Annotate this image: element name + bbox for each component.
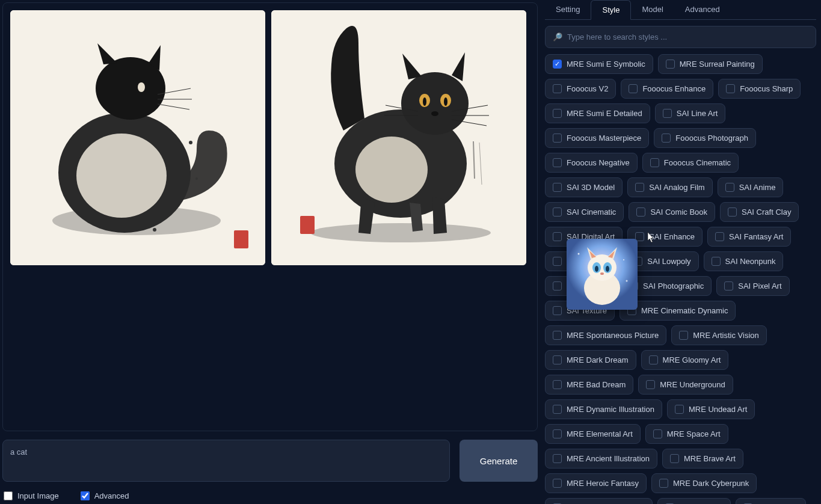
style-chip[interactable]: SAI Lowpoly xyxy=(626,251,698,271)
style-chip[interactable]: SAI Isometric xyxy=(545,251,621,271)
style-chip[interactable]: Fooocus Enhance xyxy=(621,79,713,99)
output-gallery[interactable] xyxy=(2,2,538,431)
checkbox-icon xyxy=(553,429,562,438)
svg-point-38 xyxy=(623,259,624,260)
style-chip-label: Fooocus V2 xyxy=(567,84,608,93)
style-chip-label: MRE Surreal Painting xyxy=(680,60,755,69)
style-search-input[interactable] xyxy=(567,32,808,41)
style-chip[interactable]: MRE Artistic Vision xyxy=(671,325,767,345)
checkbox-icon xyxy=(666,60,675,69)
style-chip[interactable]: SAI 3D Model xyxy=(545,177,623,197)
style-chip[interactable]: MRE Surreal Painting xyxy=(658,54,763,74)
style-chip-label: MRE Sumi E Symbolic xyxy=(567,60,645,69)
tab-setting[interactable]: Setting xyxy=(545,0,591,19)
style-chip[interactable]: Fooocus Negative xyxy=(545,153,638,173)
style-chip[interactable]: SAI Enhance xyxy=(627,227,703,247)
style-chip-label: SAI Comic Book xyxy=(650,207,707,217)
style-chip[interactable]: MRE Underground xyxy=(638,375,733,395)
input-image-checkbox[interactable]: Input Image xyxy=(4,491,59,500)
style-preview-tooltip xyxy=(567,239,638,310)
svg-point-19 xyxy=(423,97,426,106)
checkbox-icon xyxy=(726,84,735,93)
artist-seal xyxy=(234,230,248,248)
svg-rect-29 xyxy=(567,239,638,310)
style-chip[interactable]: MRE Spontaneous Picture xyxy=(545,325,666,345)
style-chip[interactable]: SAI Fantasy Art xyxy=(707,227,791,247)
style-chip[interactable]: ✓MRE Sumi E Symbolic xyxy=(545,54,653,74)
style-chip[interactable]: SAI Origami xyxy=(545,276,617,296)
generate-button[interactable]: Generate xyxy=(460,440,538,482)
style-chip-label: SAI Isometric xyxy=(567,257,613,266)
style-chip[interactable]: MRE Dark Cyberpunk xyxy=(651,473,757,493)
checkbox-icon xyxy=(725,183,734,192)
style-chip[interactable]: MRE Anime xyxy=(736,498,807,504)
artist-seal xyxy=(300,216,315,234)
style-chip[interactable]: SAI Neonpunk xyxy=(704,251,784,271)
sumi-cat-sitting xyxy=(10,10,265,265)
style-chip[interactable]: MRE Dynamic Illustration xyxy=(545,399,662,419)
checkbox-icon xyxy=(553,257,562,266)
style-chip-label: Fooocus Cinematic xyxy=(664,158,731,167)
checkbox-icon xyxy=(636,207,645,217)
tab-model[interactable]: Model xyxy=(631,0,674,19)
style-chip[interactable]: SAI Cinematic xyxy=(545,202,624,222)
style-chip[interactable]: SAI Photographic xyxy=(621,276,712,296)
output-image-2[interactable] xyxy=(271,10,526,265)
style-chip[interactable]: SAI Line Art xyxy=(655,103,726,123)
checkbox-icon xyxy=(675,405,684,414)
checkbox-icon xyxy=(553,479,562,488)
style-chip[interactable]: SAI Pixel Art xyxy=(716,276,789,296)
style-chip[interactable]: MRE Bad Dream xyxy=(545,375,633,395)
input-image-label: Input Image xyxy=(17,491,59,500)
style-chip[interactable]: SAI Craft Clay xyxy=(720,202,799,222)
style-chip[interactable]: Fooocus Masterpiece xyxy=(545,128,649,148)
style-chip-label: SAI Craft Clay xyxy=(742,207,791,217)
style-chip[interactable]: MRE Undead Art xyxy=(667,399,755,419)
checkbox-icon xyxy=(629,281,638,290)
advanced-checkbox[interactable]: Advanced xyxy=(81,491,129,500)
style-chip-label: Fooocus Sharp xyxy=(740,84,793,93)
style-chip[interactable]: MRE Sumi E Detailed xyxy=(545,103,650,123)
tab-advanced[interactable]: Advanced xyxy=(674,0,731,19)
style-chip[interactable]: SAI Analog Film xyxy=(627,177,713,197)
checkbox-icon xyxy=(553,355,562,364)
style-chip[interactable]: MRE Lyrical Geometry xyxy=(545,498,653,504)
prompt-input[interactable] xyxy=(2,440,450,482)
checkbox-icon xyxy=(650,158,659,167)
checkbox-icon xyxy=(635,183,644,192)
advanced-label: Advanced xyxy=(94,491,129,500)
style-chip-label: MRE Ancient Illustration xyxy=(567,454,650,463)
style-chip[interactable]: MRE Cinematic Dynamic xyxy=(620,301,736,321)
style-chip[interactable]: SAI Anime xyxy=(718,177,784,197)
style-chip[interactable]: SAI Digital Art xyxy=(545,227,623,247)
checkbox-icon xyxy=(653,429,662,438)
style-chip[interactable]: MRE Elemental Art xyxy=(545,424,641,444)
style-search[interactable]: 🔎 xyxy=(545,26,816,48)
style-chip[interactable]: MRE Manga xyxy=(657,498,730,504)
checkbox-icon xyxy=(679,331,688,340)
svg-point-15 xyxy=(355,137,428,203)
style-chip[interactable]: MRE Ancient Illustration xyxy=(545,449,657,469)
svg-point-16 xyxy=(401,72,469,135)
style-chip-label: MRE Heroic Fantasy xyxy=(567,479,639,488)
style-chip[interactable]: MRE Gloomy Art xyxy=(641,350,729,370)
style-chip[interactable]: MRE Brave Art xyxy=(662,449,743,469)
svg-point-10 xyxy=(195,177,198,180)
checkbox-icon xyxy=(662,134,671,143)
checkbox-icon xyxy=(553,281,562,290)
style-chip[interactable]: SAI Comic Book xyxy=(629,202,715,222)
checkbox-icon xyxy=(553,109,562,118)
output-image-1[interactable] xyxy=(10,10,265,265)
style-chip-label: Fooocus Negative xyxy=(567,158,630,167)
style-chip-label: SAI Texture xyxy=(567,306,607,315)
style-chip[interactable]: Fooocus Cinematic xyxy=(642,153,739,173)
style-chip[interactable]: SAI Texture xyxy=(545,301,615,321)
style-chip[interactable]: Fooocus Photograph xyxy=(654,128,756,148)
style-chip[interactable]: MRE Dark Dream xyxy=(545,350,636,370)
checkbox-icon xyxy=(728,207,737,217)
style-chip[interactable]: Fooocus V2 xyxy=(545,79,616,99)
style-chip[interactable]: MRE Space Art xyxy=(645,424,728,444)
style-chip[interactable]: MRE Heroic Fantasy xyxy=(545,473,647,493)
style-chip[interactable]: Fooocus Sharp xyxy=(718,79,801,99)
tab-style[interactable]: Style xyxy=(591,0,631,20)
